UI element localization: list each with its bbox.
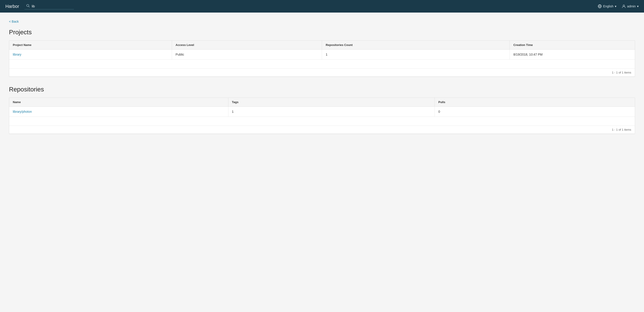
repositories-table: Name Tags Pulls library/photon 1 0	[9, 98, 635, 134]
projects-header-row: Project Name Access Level Repositories C…	[9, 41, 635, 49]
table-row: library Public 1 8/19/2018, 10:47 PM	[9, 49, 635, 60]
repo-pulls-cell: 0	[434, 107, 635, 117]
repos-pagination: 1 - 1 of 1 items	[612, 128, 631, 131]
projects-table: Project Name Access Level Repositories C…	[9, 41, 635, 77]
repo-name-cell: library/photon	[9, 107, 228, 117]
projects-title: Projects	[9, 29, 635, 36]
search-container	[24, 3, 74, 9]
projects-empty-row	[9, 60, 635, 69]
repos-empty-row	[9, 117, 635, 126]
project-creation-cell: 8/19/2018, 10:47 PM	[510, 49, 635, 60]
language-label: English	[603, 4, 614, 8]
user-icon	[622, 4, 626, 8]
project-access-cell: Public	[172, 49, 322, 60]
language-chevron: ▾	[615, 4, 616, 8]
table-row: library/photon 1 0	[9, 107, 635, 117]
user-label: admin	[627, 4, 636, 8]
col-pulls: Pulls	[434, 98, 635, 107]
project-name-cell: library	[9, 49, 172, 60]
col-repo-name: Name	[9, 98, 228, 107]
project-repos-cell: 1	[322, 49, 510, 60]
language-selector[interactable]: English ▾	[598, 4, 616, 8]
search-icon	[26, 4, 30, 8]
col-tags: Tags	[228, 98, 434, 107]
projects-table-container: Project Name Access Level Repositories C…	[9, 40, 635, 77]
repositories-table-container: Name Tags Pulls library/photon 1 0	[9, 98, 635, 134]
projects-pagination-row: 1 - 1 of 1 items	[9, 69, 635, 77]
repos-pagination-row: 1 - 1 of 1 items	[9, 126, 635, 134]
globe-icon	[598, 4, 602, 8]
col-access-level: Access Level	[172, 41, 322, 49]
svg-point-5	[623, 5, 624, 6]
app-logo: Harbor	[6, 4, 19, 9]
svg-line-1	[29, 6, 30, 7]
repo-tags-cell: 1	[228, 107, 434, 117]
repositories-title: Repositories	[9, 86, 635, 93]
projects-pagination: 1 - 1 of 1 items	[612, 71, 631, 74]
search-input[interactable]	[32, 4, 72, 8]
col-creation-time: Creation Time	[510, 41, 635, 49]
header: Harbor English ▾ admin ▾	[0, 0, 644, 12]
user-chevron: ▾	[637, 4, 638, 8]
user-selector[interactable]: admin ▾	[622, 4, 638, 8]
repo-name-link[interactable]: library/photon	[13, 110, 32, 113]
project-name-link[interactable]: library	[13, 53, 21, 56]
main-content: < Back Projects Project Name Access Leve…	[0, 12, 644, 312]
col-repos-count: Repositories Count	[322, 41, 510, 49]
col-project-name: Project Name	[9, 41, 172, 49]
back-link[interactable]: < Back	[9, 20, 19, 23]
repos-header-row: Name Tags Pulls	[9, 98, 635, 107]
header-right: English ▾ admin ▾	[598, 4, 638, 8]
